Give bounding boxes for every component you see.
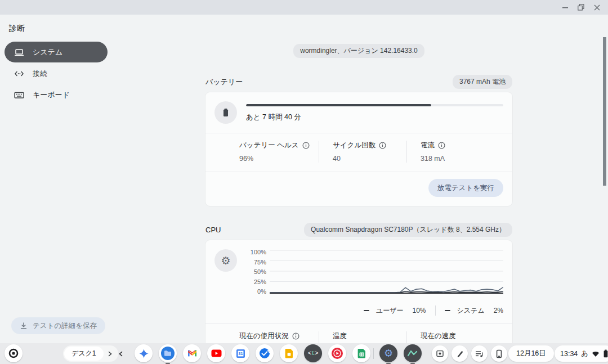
files-icon	[160, 346, 175, 361]
battery-charge-fill	[246, 104, 431, 106]
shelf-app-notes[interactable]	[280, 344, 298, 362]
keyboard-icon	[14, 90, 25, 100]
vertical-scrollbar[interactable]	[603, 37, 606, 186]
wifi-icon	[592, 350, 600, 357]
info-icon[interactable]	[438, 142, 445, 149]
chevron-right-icon[interactable]	[108, 351, 113, 357]
screen-capture-icon	[436, 349, 444, 358]
sidebar-item-connectivity[interactable]: 接続	[5, 63, 108, 84]
y-tick: 50%	[254, 269, 266, 275]
cpu-section-title: CPU	[205, 226, 221, 234]
gmail-icon	[187, 349, 197, 357]
gemini-sparkle-icon	[139, 349, 149, 358]
youtube-music-icon	[331, 347, 343, 359]
battery-section-title: バッテリー	[205, 77, 243, 87]
battery-charge-bar	[246, 104, 503, 106]
shelf-back-chevron[interactable]	[114, 348, 127, 360]
battery-card: あと 7 時間 40 分 バッテリー ヘルス 96% サイクル回数 40	[205, 92, 512, 206]
shelf-app-tasks[interactable]	[256, 344, 274, 362]
page-title: 診断	[9, 24, 25, 34]
minimize-button[interactable]	[557, 2, 573, 13]
connectivity-icon	[14, 69, 25, 79]
shelf-app-youtube-music[interactable]	[328, 344, 346, 362]
phone-icon	[495, 349, 503, 358]
legend-system: システム 2%	[445, 306, 503, 316]
stat-label: 現在の速度	[421, 331, 456, 341]
stat-value: 318 mA	[421, 155, 445, 163]
chart-plot-area	[270, 249, 503, 295]
desk-switcher[interactable]: デスク1	[63, 345, 118, 362]
legend-label: システム	[457, 306, 485, 316]
battery-time-remaining: あと 7 時間 40 分	[246, 113, 503, 122]
info-icon[interactable]	[292, 332, 299, 340]
svg-text:31: 31	[238, 352, 243, 356]
restore-button[interactable]	[573, 2, 589, 13]
screen-capture-tray-button[interactable]	[432, 345, 448, 362]
info-icon[interactable]	[302, 142, 310, 149]
yellow-doc-icon	[285, 348, 293, 358]
battery-status-icon	[603, 349, 608, 358]
y-tick: 75%	[254, 259, 266, 266]
download-icon	[20, 322, 28, 330]
stat-label: バッテリー ヘルス	[239, 141, 299, 150]
youtube-icon	[211, 349, 222, 357]
save-test-details-button[interactable]: テストの詳細を保存	[11, 317, 105, 334]
launcher-icon	[8, 348, 19, 358]
shelf-app-calendar[interactable]: 31	[231, 344, 249, 362]
board-version-badge: wormdingler、バージョン 142.16433.0	[293, 44, 424, 58]
ime-indicator: あ	[581, 349, 588, 358]
stylus-icon	[456, 350, 464, 358]
battery-health-stat: バッテリー ヘルス 96%	[239, 141, 319, 163]
legend-separator	[435, 305, 436, 316]
window-titlebar	[0, 0, 608, 15]
battery-current-stat: 電流 318 mA	[421, 141, 458, 163]
clock-label: 13:34	[560, 350, 578, 358]
stat-value: 96%	[239, 155, 306, 163]
shelf-app-diagnostics[interactable]	[404, 344, 422, 362]
battery-capacity-badge: 3767 mAh 電池	[453, 75, 512, 89]
shelf-app-youtube[interactable]	[207, 344, 225, 362]
media-controls-icon	[475, 350, 484, 358]
date-pill[interactable]: 12月16日	[508, 345, 554, 362]
shelf-app-files[interactable]	[159, 344, 177, 362]
cpu-model-badge: Qualcomm Snapdragon SC7180P（スレッド数 8、2.55…	[304, 223, 512, 237]
stat-label: サイクル回数	[333, 141, 375, 150]
phone-hub-tray-button[interactable]	[491, 345, 507, 362]
date-label: 12月16日	[516, 349, 546, 358]
close-button[interactable]	[589, 2, 605, 13]
desk-name[interactable]: デスク1	[64, 347, 104, 361]
shelf-app-settings[interactable]: ⚙	[379, 344, 397, 362]
sidebar-item-system[interactable]: システム	[5, 42, 108, 62]
shelf-app-gmail[interactable]	[183, 344, 201, 362]
legend-marker	[445, 310, 450, 312]
shelf-app-text-editor[interactable]: <t>	[304, 344, 322, 362]
run-discharge-test-button[interactable]: 放電テストを実行	[428, 179, 503, 197]
battery-icon	[214, 101, 237, 124]
media-controls-tray-button[interactable]	[471, 345, 488, 362]
status-tray[interactable]: 13:34 あ	[555, 345, 608, 362]
shelf: デスク1 31	[0, 343, 608, 364]
laptop-icon	[14, 47, 25, 57]
stat-label: 温度	[333, 331, 347, 341]
tasks-check-icon	[259, 348, 270, 359]
sidebar-item-label: キーボード	[33, 90, 70, 100]
shelf-app-sheets[interactable]	[352, 344, 370, 362]
legend-value: 10%	[413, 307, 426, 314]
shelf-app-gemini[interactable]	[135, 344, 153, 362]
main-content: wormdingler、バージョン 142.16433.0 バッテリー 3767…	[205, 15, 512, 364]
chart-y-axis: 100% 75% 50% 25% 0%	[246, 249, 266, 295]
legend-value: 2%	[494, 307, 503, 314]
launcher-button[interactable]	[5, 344, 23, 362]
stat-label: 現在の使用状況	[239, 331, 289, 341]
diagnostics-app: 診断 システム 接続 キーボード wormdingler、バージョン 142.1…	[0, 15, 608, 343]
info-icon[interactable]	[379, 142, 386, 149]
legend-label: ユーザー	[376, 306, 404, 316]
sidebar-item-keyboard[interactable]: キーボード	[5, 84, 108, 105]
sidebar-item-label: 接続	[33, 69, 47, 79]
stat-value: 40	[333, 155, 394, 163]
save-button-label: テストの詳細を保存	[33, 321, 97, 331]
chart-legend: ユーザー 10% システム 2%	[205, 304, 512, 323]
stylus-tools-tray-button[interactable]	[451, 345, 468, 362]
y-tick: 100%	[251, 249, 266, 255]
sidebar-item-label: システム	[33, 47, 62, 57]
